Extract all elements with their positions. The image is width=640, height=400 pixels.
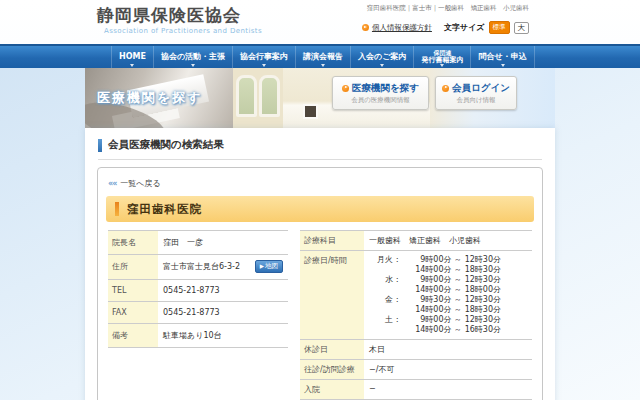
table-row: 入院 − — [300, 380, 532, 400]
main-content: 会員医療機関の検索結果 «« 一覧へ戻る 窪田歯科医院 院長名 窪田 一彦 — [85, 128, 555, 400]
font-size-standard-button[interactable]: 標準 — [489, 21, 510, 34]
closed-label: 休診日 — [300, 340, 364, 359]
table-row: 院長名 窪田 一彦 — [108, 231, 288, 255]
table-row: 診療日/時間 月火：9時00分 ～ 12時30分14時00分 ～ 18時30分水… — [300, 251, 532, 340]
address-text: 富士市富士見台6-3-2 — [163, 262, 240, 271]
arrow-circle-icon — [362, 24, 369, 31]
nav-item[interactable]: 講演会報告 — [295, 46, 350, 68]
search-button-title: 医療機関を探す — [352, 82, 419, 95]
hero-caption: 医療機関を探す — [97, 89, 203, 107]
info-table: 院長名 窪田 一彦 住所 ▶地図 富士市富士見台6-3-2 TEL 0545-2… — [108, 230, 288, 400]
nav-item[interactable]: 入会のご案内 — [350, 46, 413, 68]
director-label: 院長名 — [108, 231, 158, 254]
schedule-times: 9時00分 ～ 12時30分14時00分 ～ 16時30分 — [401, 315, 501, 335]
hospitalization-value: − — [364, 380, 532, 399]
picture-frame-shape — [303, 104, 318, 119]
schedule-row: 月火：9時00分 ～ 12時30分14時00分 ～ 18時30分 — [369, 255, 527, 275]
privacy-policy-label: 個人情報保護方針 — [372, 23, 432, 33]
nav-item-label: 協会行事案内 — [240, 53, 288, 61]
table-row: FAX 0545-21-8773 — [108, 302, 288, 324]
schedule-row: 金：9時30分 ～ 12時30分14時00分 ～ 18時30分 — [369, 295, 527, 315]
nav-item-label: 入会のご案内 — [358, 53, 406, 61]
medical-table: 診療科目 一般歯科 矯正歯科 小児歯科 診療日/時間 月火：9時00分 ～ 12… — [300, 230, 532, 400]
chevron-down-icon — [262, 64, 266, 67]
schedule-label: 診療日/時間 — [300, 251, 364, 339]
header-tools: 個人情報保護方針 文字サイズ 標準 大 — [362, 21, 529, 34]
schedule-day: 月火： — [369, 255, 401, 275]
member-login-button[interactable]: 会員ログイン 会員向け情報 — [435, 76, 517, 110]
table-row: 住所 ▶地図 富士市富士見台6-3-2 — [108, 255, 288, 280]
clinic-accent-bar — [115, 202, 119, 216]
nav-items: HOME協会の活動・主張協会行事案内講演会報告入会のご案内保団連発行書籍案内問合… — [85, 46, 555, 68]
site-subtitle: Association of Practitioners and Dentist… — [104, 27, 262, 35]
closed-value: 木日 — [364, 340, 532, 359]
director-value: 窪田 一彦 — [158, 231, 288, 254]
map-button-label: 地図 — [265, 262, 278, 270]
nav-item[interactable]: 問合せ・申込 — [470, 46, 534, 68]
fax-value: 0545-21-8773 — [158, 302, 288, 323]
login-button-title: 会員ログイン — [452, 82, 510, 95]
result-box: «« 一覧へ戻る 窪田歯科医院 院長名 窪田 一彦 住所 ▶地 — [97, 167, 543, 400]
search-medical-institution-button[interactable]: 医療機関を探す 会員の医療機関情報 — [332, 76, 429, 110]
chevron-down-icon — [321, 64, 325, 67]
schedule-times: 9時30分 ～ 12時30分14時00分 ～ 18時30分 — [401, 295, 501, 315]
map-button[interactable]: ▶地図 — [255, 260, 283, 273]
nav-item[interactable]: HOME — [111, 46, 153, 68]
nav-item-label: HOME — [119, 53, 146, 61]
table-row: 備考 駐車場あり10台 — [108, 324, 288, 348]
font-size-label: 文字サイズ — [444, 22, 485, 33]
schedule-row: 土：9時00分 ～ 12時30分14時00分 ～ 16時30分 — [369, 315, 527, 335]
clinic-name: 窪田歯科医院 — [127, 202, 202, 217]
note-label: 備考 — [108, 324, 158, 347]
chevron-down-icon — [440, 64, 444, 67]
clinic-name-banner: 窪田歯科医院 — [106, 196, 534, 222]
back-link-label: 一覧へ戻る — [120, 178, 160, 189]
back-to-list-link[interactable]: «« 一覧へ戻る — [106, 176, 534, 191]
nav-item[interactable]: 協会行事案内 — [232, 46, 295, 68]
nav-item[interactable]: 保団連発行書籍案内 — [413, 46, 470, 68]
note-value: 駐車場あり10台 — [158, 324, 288, 347]
subjects-value: 一般歯科 矯正歯科 小児歯科 — [364, 231, 532, 250]
nav-item-label: 発行書籍案内 — [421, 57, 463, 65]
table-row: 診療科目 一般歯科 矯正歯科 小児歯科 — [300, 231, 532, 251]
chevron-down-icon — [380, 64, 384, 67]
schedule-day: 土： — [369, 315, 401, 335]
arrow-circle-icon — [442, 85, 449, 92]
table-row: 休診日 木日 — [300, 340, 532, 360]
tel-value: 0545-21-8773 — [158, 280, 288, 301]
clinic-meta-line: 窪田歯科医院｜富士市｜一般歯科 矯正歯科 小児歯科 — [367, 4, 529, 13]
tel-label: TEL — [108, 280, 158, 301]
detail-tables: 院長名 窪田 一彦 住所 ▶地図 富士市富士見台6-3-2 TEL 0545-2… — [108, 230, 532, 400]
nav-item-label: 協会の活動・主張 — [161, 53, 225, 61]
window-shape — [236, 75, 257, 117]
schedule-day: 金： — [369, 295, 401, 315]
address-value: ▶地図 富士市富士見台6-3-2 — [158, 255, 288, 279]
play-arrow-icon: ▶ — [260, 263, 264, 269]
schedule-day: 水： — [369, 275, 401, 295]
nav-item-label: 問合せ・申込 — [478, 53, 526, 61]
font-size-large-button[interactable]: 大 — [514, 22, 530, 34]
table-row: TEL 0545-21-8773 — [108, 280, 288, 302]
subjects-label: 診療科目 — [300, 231, 364, 250]
back-arrows-icon: «« — [108, 179, 116, 188]
search-button-subtitle: 会員の医療機関情報 — [351, 96, 410, 105]
login-button-subtitle: 会員向け情報 — [456, 96, 495, 105]
privacy-policy-link[interactable]: 個人情報保護方針 — [362, 23, 432, 33]
site-header: 静岡県保険医協会 Association of Practitioners an… — [0, 0, 640, 44]
nav-item-label: 講演会報告 — [303, 53, 343, 61]
chevron-down-icon — [130, 64, 134, 67]
visit-value: −/不可 — [364, 360, 532, 379]
schedule-times: 9時00分 ～ 12時30分14時00分 ～ 18時00分 — [401, 275, 501, 295]
schedule-value: 月火：9時00分 ～ 12時30分14時00分 ～ 18時30分水：9時00分 … — [364, 251, 532, 339]
table-row: 往診/訪問診療 −/不可 — [300, 360, 532, 380]
main-nav: HOME協会の活動・主張協会行事案内講演会報告入会のご案内保団連発行書籍案内問合… — [0, 44, 640, 68]
title-accent-bar — [98, 139, 102, 152]
fax-label: FAX — [108, 302, 158, 323]
arrow-circle-icon — [342, 85, 349, 92]
nav-item[interactable]: 協会の活動・主張 — [153, 46, 232, 68]
address-label: 住所 — [108, 255, 158, 279]
visit-label: 往診/訪問診療 — [300, 360, 364, 379]
page-title: 会員医療機関の検索結果 — [98, 138, 542, 160]
schedule-row: 水：9時00分 ～ 12時30分14時00分 ～ 18時00分 — [369, 275, 527, 295]
page-title-text: 会員医療機関の検索結果 — [108, 138, 224, 152]
